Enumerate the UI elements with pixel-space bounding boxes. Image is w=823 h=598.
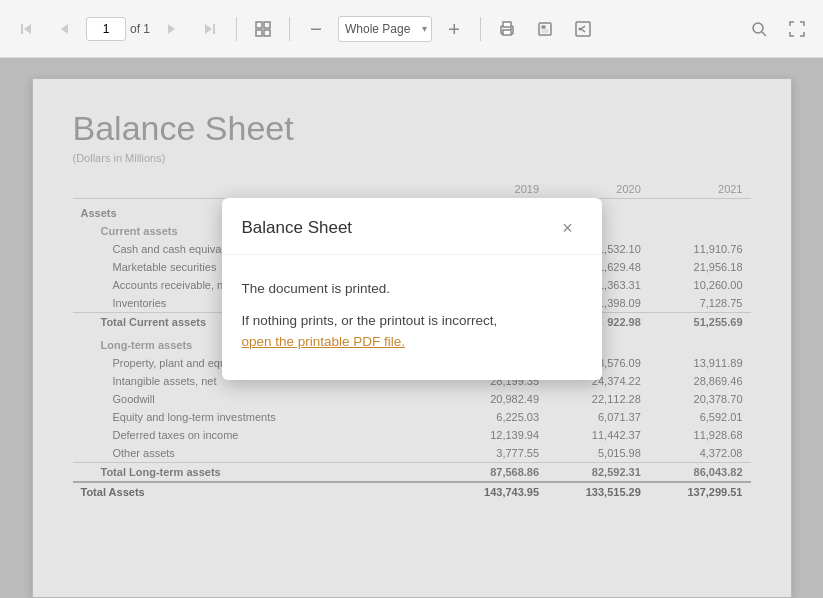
main-content: Balance Sheet (Dollars in Millions) 2019… bbox=[0, 58, 823, 598]
svg-rect-10 bbox=[311, 28, 321, 30]
svg-rect-21 bbox=[576, 22, 590, 36]
svg-rect-7 bbox=[264, 22, 270, 28]
nav-first-button[interactable] bbox=[10, 13, 42, 45]
print-button[interactable] bbox=[491, 13, 523, 45]
svg-marker-2 bbox=[61, 24, 68, 34]
dialog-hint: If nothing prints, or the printout is in… bbox=[242, 311, 582, 352]
svg-point-22 bbox=[579, 27, 582, 30]
svg-rect-5 bbox=[213, 24, 215, 34]
dialog-header: Balance Sheet × bbox=[222, 198, 602, 255]
svg-rect-9 bbox=[264, 30, 270, 36]
view-mode-button[interactable] bbox=[247, 13, 279, 45]
page-total-label: of 1 bbox=[130, 22, 150, 36]
dialog-title: Balance Sheet bbox=[242, 218, 353, 238]
zoom-select[interactable]: Whole Page bbox=[338, 16, 432, 42]
separator-3 bbox=[480, 17, 481, 41]
svg-line-24 bbox=[762, 32, 766, 36]
svg-rect-19 bbox=[542, 29, 549, 30]
search-button[interactable] bbox=[743, 13, 775, 45]
svg-rect-8 bbox=[256, 30, 262, 36]
share-button[interactable] bbox=[567, 13, 599, 45]
dialog-message: The document is printed. bbox=[242, 279, 582, 299]
dialog-hint-text: If nothing prints, or the printout is in… bbox=[242, 313, 498, 328]
svg-point-16 bbox=[510, 28, 512, 30]
nav-prev-button[interactable] bbox=[48, 13, 80, 45]
page-number-input[interactable] bbox=[86, 17, 126, 41]
dialog-close-button[interactable]: × bbox=[554, 214, 582, 242]
svg-point-23 bbox=[753, 23, 763, 33]
page-input-group: of 1 bbox=[86, 17, 150, 41]
svg-marker-3 bbox=[168, 24, 175, 34]
svg-rect-6 bbox=[256, 22, 262, 28]
svg-rect-17 bbox=[539, 23, 551, 35]
dialog-body: The document is printed. If nothing prin… bbox=[222, 255, 602, 380]
zoom-select-wrapper: Whole Page ▾ bbox=[338, 16, 432, 42]
fullscreen-button[interactable] bbox=[781, 13, 813, 45]
export-button[interactable] bbox=[529, 13, 561, 45]
toolbar: of 1 Whole Page ▾ bbox=[0, 0, 823, 58]
svg-marker-1 bbox=[24, 24, 31, 34]
separator-2 bbox=[289, 17, 290, 41]
svg-rect-14 bbox=[503, 22, 511, 27]
svg-rect-18 bbox=[542, 25, 546, 28]
nav-next-button[interactable] bbox=[156, 13, 188, 45]
print-dialog: Balance Sheet × The document is printed.… bbox=[222, 198, 602, 380]
zoom-out-button[interactable] bbox=[300, 13, 332, 45]
svg-rect-12 bbox=[454, 24, 456, 34]
zoom-in-button[interactable] bbox=[438, 13, 470, 45]
separator-1 bbox=[236, 17, 237, 41]
dialog-overlay: Balance Sheet × The document is printed.… bbox=[0, 58, 823, 598]
nav-last-button[interactable] bbox=[194, 13, 226, 45]
svg-rect-0 bbox=[21, 24, 23, 34]
dialog-pdf-link[interactable]: open the printable PDF file. bbox=[242, 334, 406, 349]
svg-rect-15 bbox=[503, 30, 511, 35]
svg-marker-4 bbox=[205, 24, 212, 34]
svg-rect-20 bbox=[542, 31, 549, 32]
